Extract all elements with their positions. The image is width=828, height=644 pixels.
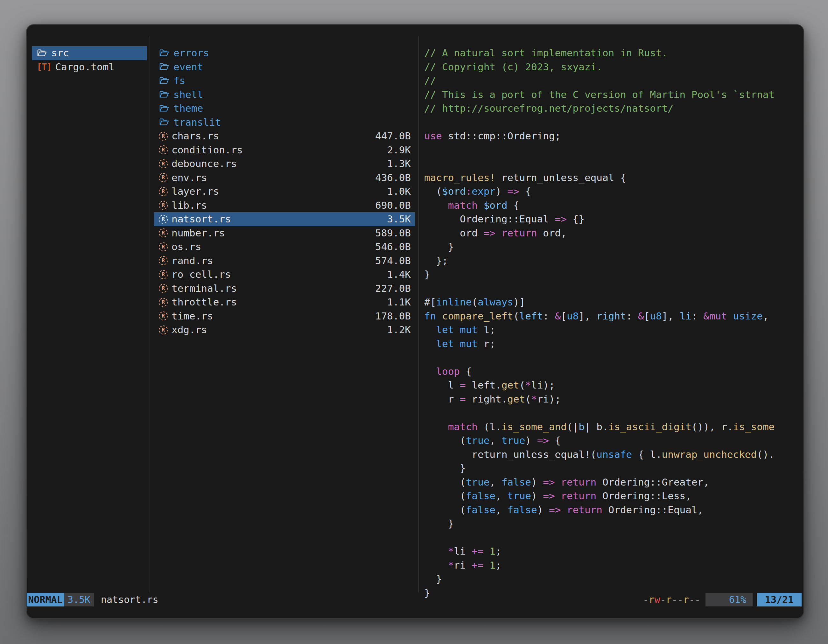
code-line: ord => return ord, (424, 226, 802, 240)
file-row-terminal-rs[interactable]: Rterminal.rs227.0B (154, 282, 415, 296)
code-line: } (424, 268, 802, 282)
file-size: 227.0B (375, 282, 411, 296)
file-row-cargo-toml[interactable]: [T]Cargo.toml (32, 60, 147, 74)
code-line: } (424, 461, 802, 475)
mode-badge: NORMAL (27, 593, 64, 606)
file-row-errors[interactable]: errors (154, 46, 415, 60)
code-line: let mut l; (424, 323, 802, 337)
folder-icon (37, 49, 47, 58)
file-name: throttle.rs (171, 295, 237, 309)
rust-file-icon: R (159, 215, 168, 224)
file-row-natsort-rs[interactable]: Rnatsort.rs3.5K (154, 212, 415, 226)
file-row-time-rs[interactable]: Rtime.rs178.0B (154, 309, 415, 323)
code-line: // Copyright (c) 2023, sxyazi. (424, 60, 802, 74)
folder-icon (159, 104, 169, 113)
file-size: 1.4K (387, 268, 411, 282)
status-filename: natsort.rs (101, 593, 158, 606)
rust-file-icon: R (159, 173, 168, 182)
file-list-pane: errorseventfsshellthemetranslitRchars.rs… (154, 46, 415, 337)
file-size: 436.0B (375, 171, 411, 185)
rust-file-icon: R (159, 243, 168, 251)
rust-file-icon: R (159, 201, 168, 210)
code-line: loop { (424, 365, 802, 379)
file-row-src[interactable]: src (32, 46, 147, 60)
permission-char: - (660, 594, 666, 605)
toml-file-icon: [T] (37, 60, 51, 74)
file-size: 1.2K (387, 323, 411, 337)
file-row-rand-rs[interactable]: Rrand.rs574.0B (154, 254, 415, 268)
file-name: theme (173, 102, 203, 116)
file-row-debounce-rs[interactable]: Rdebounce.rs1.3K (154, 157, 415, 171)
file-row-chars-rs[interactable]: Rchars.rs447.0B (154, 129, 415, 143)
code-line: match (l.is_some_and(|b| b.is_ascii_digi… (424, 420, 802, 434)
file-name: os.rs (171, 240, 201, 254)
file-size: 2.9K (387, 143, 411, 157)
code-line: let mut r; (424, 337, 802, 351)
file-name: lib.rs (171, 199, 207, 213)
file-row-ro-cell-rs[interactable]: Rro_cell.rs1.4K (154, 268, 415, 282)
file-name: Cargo.toml (55, 60, 114, 74)
code-line: (false, true) => return Ordering::Less, (424, 489, 802, 503)
status-bar-right: -rw-r--r-- 61% 13/21 (643, 593, 801, 606)
code-line (424, 531, 802, 545)
file-size: 546.0B (375, 240, 411, 254)
scroll-percent-badge: 61% (706, 593, 753, 606)
file-row-xdg-rs[interactable]: Rxdg.rs1.2K (154, 323, 415, 337)
rust-file-icon: R (159, 146, 168, 154)
code-line (424, 116, 802, 130)
rust-file-icon: R (159, 256, 168, 265)
cursor-position-badge: 13/21 (757, 593, 801, 606)
file-row-layer-rs[interactable]: Rlayer.rs1.0K (154, 185, 415, 199)
rust-file-icon: R (159, 284, 168, 293)
file-row-lib-rs[interactable]: Rlib.rs690.0B (154, 199, 415, 213)
code-line: } (424, 240, 802, 254)
file-row-throttle-rs[interactable]: Rthrottle.rs1.1K (154, 295, 415, 309)
pane-divider-left (149, 36, 150, 592)
code-line: *ri += 1; (424, 558, 802, 572)
status-bar: NORMAL 3.5K natsort.rs -rw-r--r-- 61% 13… (27, 593, 803, 606)
file-size: 447.0B (375, 129, 411, 143)
rust-file-icon: R (159, 270, 168, 279)
file-row-env-rs[interactable]: Renv.rs436.0B (154, 171, 415, 185)
permission-char: w (655, 594, 660, 605)
file-name: chars.rs (171, 129, 219, 143)
permission-char: r (649, 594, 654, 605)
code-line: } (424, 572, 802, 586)
permission-char: - (695, 594, 700, 605)
file-row-shell[interactable]: shell (154, 88, 415, 102)
code-line: (false, false) => return Ordering::Equal… (424, 503, 802, 517)
code-line: l = left.get(*li); (424, 378, 802, 392)
code-line: // A natural sort implementation in Rust… (424, 46, 802, 60)
file-row-os-rs[interactable]: Ros.rs546.0B (154, 240, 415, 254)
file-row-translit[interactable]: translit (154, 116, 415, 130)
code-line: // (424, 74, 802, 88)
code-line: *li += 1; (424, 544, 802, 558)
code-line: ($ord:expr) => { (424, 185, 802, 199)
file-row-number-rs[interactable]: Rnumber.rs589.0B (154, 226, 415, 240)
code-line: Ordering::Equal => {} (424, 212, 802, 226)
folder-icon (159, 63, 169, 71)
file-size: 1.0K (387, 185, 411, 199)
file-name: layer.rs (171, 185, 219, 199)
permission-char: - (677, 594, 683, 605)
file-name: terminal.rs (171, 282, 237, 296)
code-line (424, 157, 802, 171)
file-row-theme[interactable]: theme (154, 102, 415, 116)
code-line: fn compare_left(left: &[u8], right: &[u8… (424, 309, 802, 323)
file-row-condition-rs[interactable]: Rcondition.rs2.9K (154, 143, 415, 157)
rust-file-icon: R (159, 229, 168, 237)
folder-icon (159, 90, 169, 99)
rust-file-icon: R (159, 326, 168, 334)
file-name: rand.rs (171, 254, 213, 268)
file-permissions: -rw-r--r-- (643, 593, 700, 606)
file-name: number.rs (171, 226, 225, 240)
file-size: 3.5K (387, 212, 411, 226)
file-name: src (51, 46, 69, 60)
rust-file-icon: R (159, 298, 168, 307)
file-size: 1.3K (387, 157, 411, 171)
code-line: // http://sourcefrog.net/projects/natsor… (424, 102, 802, 116)
file-name: event (173, 60, 203, 74)
file-row-fs[interactable]: fs (154, 74, 415, 88)
file-row-event[interactable]: event (154, 60, 415, 74)
preview-pane: // A natural sort implementation in Rust… (424, 46, 802, 606)
